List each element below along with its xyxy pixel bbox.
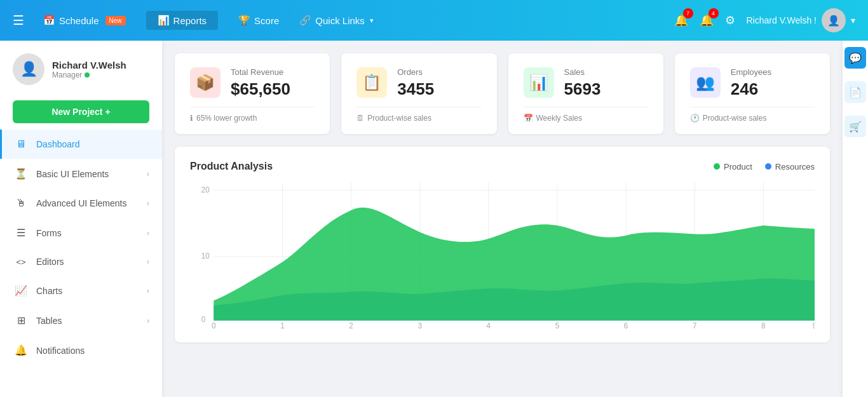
- chevron-right-icon: ›: [147, 286, 149, 295]
- reports-icon: 📊: [158, 15, 170, 26]
- charts-icon: 📈: [15, 285, 27, 297]
- revenue-footer: ℹ 65% lower growth: [190, 107, 315, 123]
- employees-value: 246: [731, 79, 815, 99]
- sidebar-user-name: Richard V.Welsh: [52, 60, 126, 71]
- sidebar-item-label: Basic UI Elements: [36, 169, 147, 179]
- settings-icon-btn[interactable]: ⚙: [725, 13, 735, 27]
- new-project-button[interactable]: New Project +: [13, 100, 149, 123]
- chart-section: Product Analysis Product Resources 20: [175, 147, 830, 342]
- svg-text:2: 2: [349, 321, 353, 328]
- clock-icon: 🕐: [690, 114, 700, 123]
- nav-reports[interactable]: 📊 Reports: [146, 11, 219, 30]
- cart-button[interactable]: 🛒: [844, 116, 866, 137]
- product-legend-label: Product: [724, 162, 752, 172]
- legend-resources: Resources: [765, 162, 815, 172]
- sidebar-item-label: Notifications: [36, 346, 149, 356]
- calendar-icon: 🗓: [356, 114, 364, 123]
- sidebar-item-dashboard[interactable]: 🖥 Dashboard: [0, 130, 162, 159]
- product-analysis-chart: 20 10 0: [190, 182, 815, 328]
- nav-quicklinks[interactable]: 🔗 Quick Links ▾: [299, 15, 374, 26]
- sidebar-item-label: Editors: [36, 257, 147, 267]
- doc-button[interactable]: 📄: [844, 81, 866, 103]
- top-navigation: ☰ 📅 Schedule New 📊 Reports 🏆 Score 🔗 Qui…: [0, 0, 868, 41]
- main-content: 📦 Total Revenue $65,650 ℹ 65% lower grow…: [162, 41, 843, 397]
- stat-card-orders: 📋 Orders 3455 🗓 Product-wise sales: [341, 53, 496, 134]
- stat-card-revenue: 📦 Total Revenue $65,650 ℹ 65% lower grow…: [175, 53, 330, 134]
- svg-text:9: 9: [813, 321, 815, 328]
- chat-button[interactable]: 💬: [844, 47, 866, 69]
- stats-row: 📦 Total Revenue $65,650 ℹ 65% lower grow…: [175, 53, 830, 134]
- chevron-right-icon: ›: [147, 170, 149, 178]
- sales-value: 5693: [564, 79, 648, 99]
- sidebar-item-editors[interactable]: <> Editors ›: [0, 248, 162, 276]
- svg-text:6: 6: [624, 321, 628, 328]
- hamburger-menu[interactable]: ☰: [13, 13, 24, 28]
- cart-icon: 🛒: [849, 121, 862, 133]
- nav-schedule-label: Schedule: [59, 15, 99, 26]
- chart-legend: Product Resources: [714, 162, 815, 172]
- chevron-down-icon: ▾: [370, 17, 374, 25]
- schedule-badge: New: [105, 16, 126, 25]
- chevron-right-icon: ›: [147, 199, 149, 208]
- notifications-icon: 🔔: [15, 344, 27, 356]
- svg-text:1: 1: [280, 321, 285, 328]
- sidebar-item-label: Charts: [36, 286, 147, 296]
- orders-label: Orders: [397, 67, 481, 77]
- sidebar-item-charts[interactable]: 📈 Charts ›: [0, 276, 162, 306]
- quicklinks-icon: 🔗: [299, 15, 311, 26]
- sidebar-item-notifications[interactable]: 🔔 Notifications: [0, 335, 162, 365]
- orders-icon: 📋: [356, 67, 387, 98]
- document-icon: 📄: [849, 86, 862, 98]
- nav-score[interactable]: 🏆 Score: [238, 15, 279, 26]
- sidebar-item-forms[interactable]: ☰ Forms ›: [0, 218, 162, 248]
- schedule-icon: 📅: [43, 15, 55, 26]
- online-indicator: [85, 72, 90, 77]
- revenue-icon: 📦: [190, 67, 220, 98]
- main-layout: 👤 Richard V.Welsh Manager New Project + …: [0, 41, 868, 397]
- sidebar-item-basic-ui[interactable]: ⏳ Basic UI Elements ›: [0, 159, 162, 189]
- sidebar-item-label: Forms: [36, 228, 147, 238]
- calendar-icon: 📅: [524, 114, 533, 123]
- chevron-right-icon: ›: [147, 229, 149, 238]
- svg-text:0: 0: [212, 321, 216, 328]
- nav-reports-label: Reports: [173, 15, 207, 26]
- sidebar-item-tables[interactable]: ⊞ Tables ›: [0, 306, 162, 335]
- bell-badge: 4: [709, 8, 719, 18]
- resources-legend-label: Resources: [775, 162, 815, 172]
- svg-text:0: 0: [201, 314, 206, 323]
- chat-icon: 💬: [849, 52, 862, 64]
- forms-icon: ☰: [15, 227, 27, 239]
- svg-text:4: 4: [487, 321, 491, 328]
- legend-product: Product: [714, 162, 752, 172]
- sidebar-item-label: Dashboard: [36, 139, 149, 149]
- employees-label: Employees: [731, 67, 815, 77]
- sales-icon: 📊: [524, 67, 554, 98]
- dashboard-icon: 🖥: [15, 138, 27, 150]
- chart-header: Product Analysis Product Resources: [190, 161, 815, 172]
- sidebar-item-label: Tables: [36, 316, 147, 326]
- tables-icon: ⊞: [15, 314, 27, 326]
- chevron-right-icon: ›: [147, 257, 149, 266]
- user-name-label: Richard V.Welsh !: [747, 15, 817, 25]
- svg-text:3: 3: [417, 321, 422, 328]
- stat-card-sales: 📊 Sales 5693 📅 Weekly Sales: [508, 53, 663, 134]
- svg-text:10: 10: [201, 252, 210, 260]
- notifications-icon-btn[interactable]: 🔔 7: [674, 13, 688, 27]
- sidebar-item-label: Advanced UI Elements: [36, 198, 147, 208]
- basic-ui-icon: ⏳: [15, 168, 27, 180]
- nav-score-label: Score: [254, 15, 279, 26]
- revenue-value: $65,650: [231, 79, 315, 99]
- resources-legend-dot: [765, 163, 771, 170]
- user-menu[interactable]: Richard V.Welsh ! 👤 ▾: [747, 8, 856, 32]
- nav-schedule[interactable]: 📅 Schedule New: [43, 15, 126, 26]
- bell-icon-btn[interactable]: 🔔 4: [700, 13, 714, 27]
- sidebar: 👤 Richard V.Welsh Manager New Project + …: [0, 41, 162, 397]
- svg-text:20: 20: [201, 185, 210, 194]
- product-legend-dot: [714, 163, 720, 170]
- sidebar-item-advanced-ui[interactable]: 🖱 Advanced UI Elements ›: [0, 189, 162, 218]
- svg-text:8: 8: [761, 321, 766, 328]
- sales-label: Sales: [564, 67, 648, 77]
- nav-items: 📅 Schedule New 📊 Reports 🏆 Score 🔗 Quick…: [43, 11, 655, 30]
- sales-footer: 📅 Weekly Sales: [524, 107, 648, 123]
- user-dropdown-arrow: ▾: [851, 15, 855, 25]
